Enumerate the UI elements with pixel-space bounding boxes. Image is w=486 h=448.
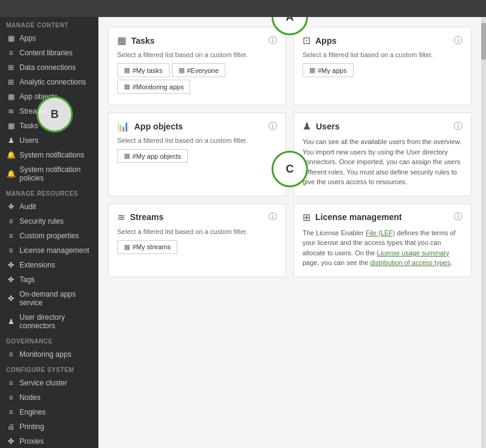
- sidebar-item-label: On-demand apps service: [19, 290, 92, 307]
- sidebar-item-label: Engines: [19, 408, 46, 416]
- card-header: ≋Streamsⓘ: [117, 212, 277, 223]
- sidebar-item-monitoring-apps[interactable]: ≡Monitoring apps: [0, 347, 98, 362]
- sidebar-item-app-objects[interactable]: ▦App objects: [0, 89, 98, 104]
- sidebar-item-label: System notification policies: [19, 165, 92, 182]
- sidebar-item-license-management[interactable]: ≡License management: [0, 243, 98, 258]
- sidebar-item-label: Monitoring apps: [19, 350, 71, 359]
- filter-btn-icon: ▦: [124, 66, 130, 74]
- card-subtitle: Select a filtered list based on a custom…: [303, 51, 462, 58]
- sidebar-item-icon: ⊞: [6, 78, 16, 86]
- sidebar-item-tags[interactable]: ✤Tags: [0, 272, 98, 287]
- sidebar-item-analytic-connections[interactable]: ⊞Analytic connections: [0, 75, 98, 89]
- sidebar-item-label: Tasks: [19, 122, 38, 130]
- card-title-row: ♟Users: [303, 120, 340, 132]
- card-icon: 📊: [117, 120, 129, 132]
- card-subtitle: Select a filtered list based on a custom…: [117, 137, 277, 144]
- sidebar-item-icon: ▦: [6, 122, 16, 130]
- sidebar-item-proxies[interactable]: ✤Proxies: [0, 434, 98, 448]
- sidebar-item-icon: ▦: [6, 34, 16, 43]
- sidebar-item-icon: 🔔: [6, 151, 16, 159]
- sidebar-item-icon: ≡: [6, 217, 16, 226]
- sidebar-item-custom-properties[interactable]: ≡Custom properties: [0, 229, 98, 243]
- sidebar-item-icon: ≡: [6, 393, 16, 402]
- sidebar-item-system-notification-policies[interactable]: 🔔System notification policies: [0, 162, 98, 185]
- sidebar-item-user-directory-connectors[interactable]: ♟User directory connectors: [0, 310, 98, 333]
- filter-button[interactable]: ▦#Monitoring apps: [117, 80, 190, 94]
- sidebar-item-icon: ≡: [6, 379, 16, 387]
- filter-btn-label: #My streams: [132, 243, 171, 250]
- sidebar-item-icon: ≡: [6, 408, 16, 416]
- sidebar-item-label: Users: [19, 136, 38, 145]
- card-title: Apps: [315, 36, 337, 46]
- sidebar-item-label: Custom properties: [19, 232, 79, 240]
- sidebar-item-security-rules[interactable]: ≡Security rules: [0, 214, 98, 229]
- filter-btn-icon: ▦: [179, 66, 185, 74]
- sidebar-item-tasks[interactable]: ▦Tasks: [0, 119, 98, 133]
- sidebar-section-header: MANAGE RESOURCES: [0, 185, 98, 199]
- sidebar-item-label: Streams: [19, 107, 47, 115]
- card-icon: ≋: [117, 212, 125, 223]
- scrollbar-track[interactable]: [481, 17, 486, 448]
- card-title-row: 📊App objects: [117, 120, 183, 132]
- main-layout: MANAGE CONTENT▦Apps≡Content libraries⊞Da…: [0, 17, 486, 448]
- sidebar-item-data-connections[interactable]: ⊞Data connections: [0, 60, 98, 75]
- sidebar-item-apps[interactable]: ▦Apps: [0, 31, 98, 46]
- card-icon: ♟: [303, 120, 311, 132]
- sidebar-item-content-libraries[interactable]: ≡Content libraries: [0, 46, 98, 60]
- info-icon[interactable]: ⓘ: [269, 35, 277, 46]
- sidebar-item-printing[interactable]: 🖨Printing: [0, 419, 98, 434]
- filter-button[interactable]: ▦#My streams: [117, 240, 177, 254]
- sidebar-item-system-notifications[interactable]: 🔔System notifications: [0, 148, 98, 162]
- scrollbar-thumb[interactable]: [481, 23, 486, 60]
- filter-button[interactable]: ▦#My app objects: [117, 149, 188, 163]
- sidebar-item-icon: ≡: [6, 350, 16, 359]
- filter-btn-label: #Monitoring apps: [132, 83, 183, 91]
- card-users: ♟UsersⓘYou can see all the available use…: [293, 112, 471, 196]
- sidebar-item-label: License management: [19, 246, 89, 255]
- sidebar-item-extensions[interactable]: ✤Extensions: [0, 258, 98, 272]
- sidebar-item-nodes[interactable]: ≡Nodes: [0, 390, 98, 405]
- info-icon[interactable]: ⓘ: [269, 212, 277, 222]
- card-title: Users: [316, 122, 340, 131]
- card-header: ⊞License managementⓘ: [303, 212, 462, 223]
- filter-button[interactable]: ▦#My apps: [303, 63, 354, 77]
- sidebar-item-label: App objects: [19, 92, 58, 101]
- card-buttons: ▦#My tasks▦#Everyone▦#Monitoring apps: [117, 63, 277, 96]
- sidebar-item-label: Content libraries: [19, 49, 72, 57]
- sidebar-item-icon: ♟: [6, 317, 16, 326]
- sidebar-item-label: Extensions: [19, 261, 55, 269]
- sidebar-item-icon: ⊞: [6, 63, 16, 72]
- filter-btn-icon: ▦: [124, 152, 130, 160]
- card-title: License management: [315, 212, 402, 222]
- sidebar-item-service-cluster[interactable]: ≡Service cluster: [0, 376, 98, 390]
- sidebar-item-users[interactable]: ♟Users: [0, 133, 98, 148]
- filter-btn-label: #Everyone: [187, 67, 219, 74]
- card-title-row: ⊡Apps: [303, 35, 337, 46]
- sidebar-item-icon: ≋: [6, 107, 16, 115]
- info-icon[interactable]: ⓘ: [454, 212, 462, 222]
- sidebar: MANAGE CONTENT▦Apps≡Content libraries⊞Da…: [0, 17, 98, 448]
- card-title-row: ≋Streams: [117, 212, 163, 223]
- sidebar-item-label: Security rules: [19, 217, 64, 226]
- sidebar-item-engines[interactable]: ≡Engines: [0, 405, 98, 419]
- sidebar-item-label: User directory connectors: [19, 313, 92, 330]
- card-header: 📊App objectsⓘ: [117, 120, 277, 132]
- card-apps: ⊡AppsⓘSelect a filtered list based on a …: [293, 27, 471, 105]
- info-icon[interactable]: ⓘ: [454, 121, 462, 132]
- card-subtitle: Select a filtered list based on a custom…: [117, 228, 277, 235]
- sidebar-item-streams[interactable]: ≋Streams: [0, 104, 98, 119]
- filter-btn-label: #My tasks: [132, 67, 163, 74]
- top-bar: [0, 0, 486, 17]
- sidebar-item-audit[interactable]: ❖Audit: [0, 199, 98, 214]
- sidebar-item-on-demand-apps-service[interactable]: ✤On-demand apps service: [0, 287, 98, 310]
- sidebar-item-label: System notifications: [19, 151, 84, 159]
- info-icon[interactable]: ⓘ: [269, 121, 277, 132]
- filter-btn-label: #My apps: [318, 67, 347, 74]
- card-title: Tasks: [131, 36, 155, 46]
- info-icon[interactable]: ⓘ: [454, 35, 462, 46]
- sidebar-item-icon: ♟: [6, 136, 16, 145]
- filter-button[interactable]: ▦#My tasks: [117, 63, 169, 77]
- sidebar-item-icon: ❖: [6, 202, 16, 211]
- filter-button[interactable]: ▦#Everyone: [172, 63, 226, 77]
- sidebar-item-icon: ✤: [6, 261, 16, 269]
